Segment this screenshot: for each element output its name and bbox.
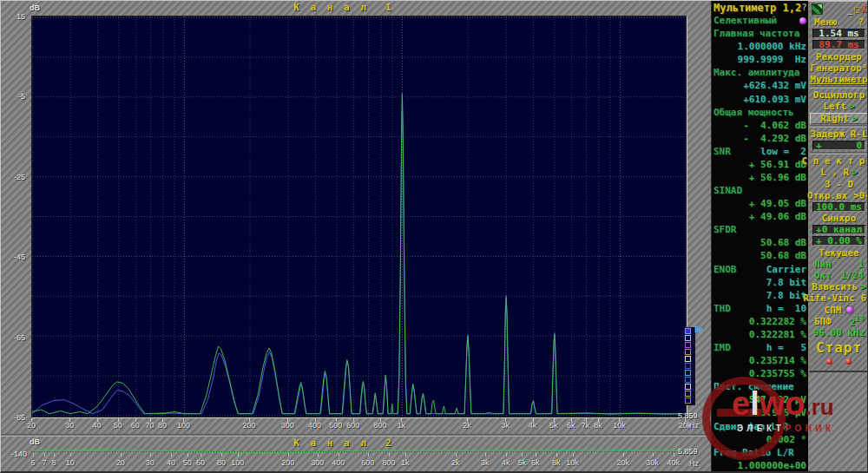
multimeter-row: SNRlow = 2 — [713, 146, 806, 158]
channel1-plot[interactable] — [31, 16, 687, 417]
maximize-button[interactable]: □ — [854, 5, 859, 14]
minimize-button[interactable]: _ — [847, 5, 852, 14]
panel-button[interactable]: Взвесить> — [810, 281, 868, 292]
panel-setting: Окт1/24 — [810, 270, 868, 281]
mm-value: low = 2 — [760, 146, 806, 158]
readout-display: 89.7 ms — [810, 39, 868, 50]
marker-swatch[interactable] — [685, 363, 691, 369]
panel-button[interactable]: Рекордер — [810, 51, 868, 62]
panel-button[interactable]: Задерж R-L — [810, 128, 868, 140]
mm-value: 7.8 bit — [766, 277, 806, 289]
readout-display: +0.00 % — [810, 235, 868, 246]
panel-button[interactable]: С п е к т р ы — [810, 155, 868, 167]
multimeter-row: - 547.192 µV — [713, 394, 806, 406]
mm-value: 0.322282 % — [749, 316, 806, 328]
marker-swatch[interactable] — [685, 335, 691, 341]
panel-button[interactable]: Синхро — [810, 213, 868, 224]
fft-size-setting: БПФ214 — [810, 316, 868, 327]
x-tick-mark — [506, 453, 507, 457]
panel-button[interactable]: 3 - D — [810, 178, 868, 189]
panel-button[interactable]: Rife-Vinc 6> — [810, 292, 868, 304]
x-tick-mark — [573, 453, 574, 457]
marker-swatch[interactable] — [685, 342, 691, 348]
x-tick-label: 2k — [463, 421, 471, 430]
mm-value: + 49.05 dB — [749, 198, 806, 210]
multimeter-row: - 533.975 µV — [713, 407, 806, 419]
close-button[interactable]: X — [861, 5, 866, 14]
panel-button[interactable]: Откр.вх >0< — [810, 190, 868, 201]
marker-swatch[interactable] — [685, 384, 691, 390]
multimeter-row: THDh = 10 — [713, 303, 806, 315]
marker-swatch[interactable] — [685, 377, 691, 383]
x-tick-mark — [653, 453, 654, 457]
x-tick-label: 3k — [481, 458, 490, 467]
mm-value: - 547.192 µV — [738, 394, 806, 406]
x-tick-label: 6k — [567, 421, 575, 430]
x-tick-label: 2k — [451, 458, 460, 467]
panel-divider — [810, 152, 868, 154]
panel-button[interactable]: Мультиметр — [810, 74, 868, 85]
x-tick-mark — [456, 453, 457, 457]
panel-divider — [810, 86, 868, 89]
panel-button[interactable]: Left> — [810, 101, 868, 112]
multimeter-row: 50.68 dB — [713, 250, 806, 262]
panel-button[interactable]: СПМ — [810, 305, 868, 316]
multimeter-row: 50.68 dB — [713, 237, 806, 249]
x-tick-label: 1k — [401, 458, 410, 467]
mm-label: THD — [713, 303, 731, 315]
multimeter-row: Общая мощность — [713, 107, 806, 119]
mm-value: 50.68 dB — [760, 250, 806, 262]
x-tick-label: 200 — [242, 421, 255, 430]
marker-swatch[interactable] — [685, 356, 691, 362]
multimeter-row: 1.000000 kHz — [713, 41, 806, 53]
channel2-resolution-readout: 5.859 — [678, 447, 698, 456]
mm-label: Общая мощность — [713, 107, 794, 119]
multimeter-row: SINAD — [713, 185, 806, 197]
channel1-canvas — [32, 16, 686, 417]
panel-setting: Лин1 — [810, 259, 868, 270]
led-indicator — [799, 17, 806, 24]
panel-button[interactable]: Текущее — [810, 247, 868, 259]
led-indicator — [846, 306, 853, 313]
help-icon[interactable]: ? — [858, 16, 864, 28]
marker-swatch[interactable] — [685, 349, 691, 355]
mm-value: 0.235755 % — [749, 368, 806, 380]
x-tick-label: 500 — [329, 421, 342, 430]
x-tick-mark — [238, 453, 239, 457]
x-tick-mark — [485, 453, 486, 457]
multimeter-row: 7.8 bit — [713, 290, 806, 302]
marker-swatch[interactable] — [685, 391, 691, 397]
chevron-right-icon: > — [852, 167, 858, 178]
x-tick-label: 8 — [52, 458, 56, 467]
channel2-canvas[interactable] — [31, 437, 695, 458]
mm-value: +626.432 mV — [743, 80, 806, 92]
x-tick-label: 10 — [66, 458, 75, 467]
panel-button[interactable]: Генератор° — [810, 62, 868, 74]
x-tick-label: 20 — [116, 458, 125, 467]
multimeter-row: 999.9999 Hz — [713, 54, 806, 66]
x-tick-label: 8k — [552, 458, 561, 467]
x-tick-label: 70 — [146, 421, 155, 430]
multimeter-row: Freq Ratio L/R — [713, 447, 806, 459]
channel1-title: К а н а л 1 — [1, 2, 687, 13]
marker-swatch[interactable] — [685, 328, 691, 334]
multimeter-panel: Мультиметр 1,2?СелективныйГлавная частот… — [711, 1, 808, 473]
panel-button[interactable]: Меню? — [810, 16, 868, 28]
channel-divider — [1, 434, 711, 437]
multimeter-row: 0.002 ° — [713, 434, 806, 446]
start-button[interactable]: Старт — [810, 338, 868, 356]
panel-button[interactable]: L , R> — [810, 167, 868, 178]
y-tick-label: -85 — [1, 413, 25, 422]
marker-swatch[interactable] — [685, 397, 691, 404]
panel-button[interactable]: Осциллогр — [810, 89, 868, 101]
marker-swatch[interactable] — [685, 370, 691, 376]
multimeter-row: + 49.05 dB — [713, 198, 806, 210]
y-tick-label: -25 — [1, 173, 25, 181]
x-tick-label: 40 — [93, 421, 102, 430]
x-tick-mark — [623, 453, 624, 457]
left-channel-blue-trace — [32, 94, 686, 414]
x-tick-label: 600 — [361, 458, 374, 467]
panel-button[interactable]: Right> — [810, 113, 868, 124]
multimeter-row: 1.000000e+00 — [713, 460, 806, 472]
x-tick-label: 300 — [281, 421, 294, 430]
